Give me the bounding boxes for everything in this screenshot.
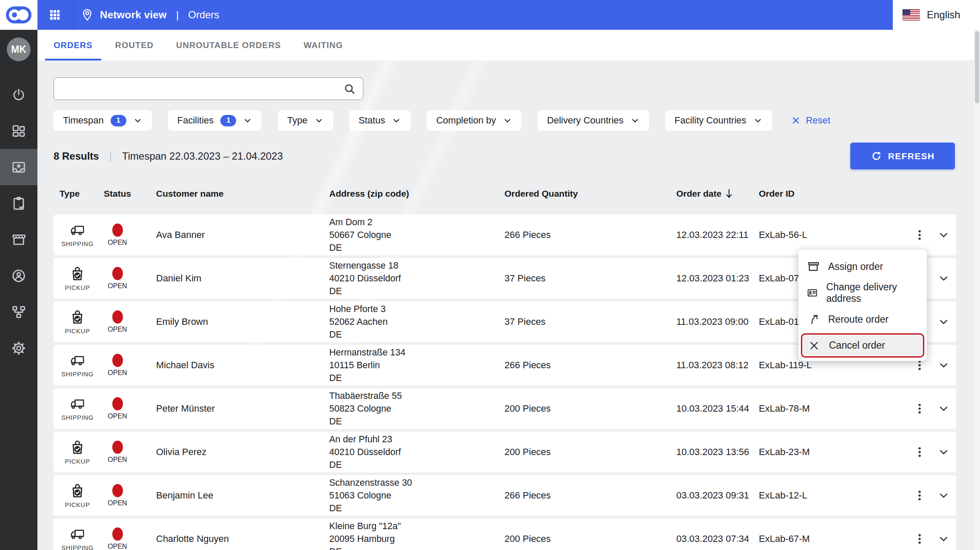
language-selector[interactable]: English — [893, 0, 980, 30]
row-kebab-menu-button[interactable] — [913, 229, 926, 241]
chip-label: Completion by — [436, 115, 496, 126]
table-row[interactable]: SHIPPING OPEN Ava Banner Am Dom 2 50667 … — [54, 215, 956, 255]
status-open-dot — [112, 527, 123, 541]
type-label: PICKUP — [65, 327, 90, 335]
filter-bar: Timespan 1 Facilities 1 Type Status Comp… — [54, 110, 980, 131]
order-date: 12.03.2023 01:23 — [676, 273, 759, 284]
search-input[interactable] — [63, 83, 343, 95]
language-label: English — [927, 9, 960, 21]
row-expand-button[interactable] — [938, 447, 949, 458]
search-icon[interactable] — [343, 83, 356, 95]
row-kebab-menu-button[interactable] — [913, 446, 926, 458]
ordered-quantity: 200 Pieces — [504, 447, 676, 458]
context-menu-item-assign-order[interactable]: Assign order — [798, 253, 927, 280]
row-kebab-menu-button[interactable] — [913, 402, 926, 415]
status-cell: OPEN — [104, 441, 156, 464]
kebab-menu-icon — [913, 402, 926, 415]
tab-waiting[interactable]: WAITING — [295, 30, 352, 60]
table-row[interactable]: SHIPPING OPEN Peter Münster Thabäerstraß… — [54, 388, 956, 429]
product-name: Network view — [100, 9, 167, 21]
ordered-quantity: 37 Pieces — [504, 273, 676, 284]
address-cell: Hohe Pforte 3 52062 Aachen DE — [329, 303, 504, 341]
sidebar-item-tasks[interactable] — [0, 185, 37, 221]
row-kebab-menu-button[interactable] — [913, 489, 926, 502]
address-street: An der Pfuhl 23 — [329, 433, 504, 446]
type-label: SHIPPING — [61, 414, 94, 421]
type-label: PICKUP — [65, 284, 90, 291]
type-cell: SHIPPING — [60, 223, 104, 247]
sidebar-item-orders-inbox[interactable] — [0, 149, 37, 185]
status-cell: OPEN — [104, 354, 156, 377]
tab-orders[interactable]: ORDERS — [45, 30, 101, 60]
store-icon — [11, 232, 26, 247]
order-date: 11.03.2023 09:00 — [676, 316, 759, 327]
table-row[interactable]: PICKUP OPEN Benjamin Lee Schanzenstrasse… — [54, 475, 956, 516]
filter-chip-status[interactable]: Status — [349, 110, 410, 131]
status-cell: OPEN — [104, 397, 156, 420]
sidebar-item-power[interactable] — [0, 77, 37, 113]
header-order-date[interactable]: Order date — [676, 188, 759, 199]
sidebar-item-store[interactable] — [0, 221, 37, 258]
status-cell: OPEN — [104, 267, 156, 290]
filter-chip-timespan[interactable]: Timespan 1 — [54, 110, 152, 131]
refresh-button[interactable]: REFRESH — [850, 143, 955, 169]
row-expand-button[interactable] — [938, 229, 949, 241]
status-label: OPEN — [108, 456, 127, 464]
reset-filters-button[interactable]: Reset — [788, 115, 833, 126]
ordered-quantity: 37 Pieces — [504, 316, 676, 327]
order-date: 10.03.2023 13:56 — [676, 447, 759, 458]
row-expand-button[interactable] — [938, 403, 949, 415]
kebab-menu-icon — [913, 446, 926, 458]
context-menu-item-change-delivery-address[interactable]: Change delivery address — [798, 280, 927, 306]
type-label: SHIPPING — [61, 240, 94, 247]
results-bar: 8 Results | Timespan 22.03.2023 – 21.04.… — [54, 143, 980, 169]
context-menu-item-label: Change delivery address — [826, 281, 918, 304]
tab-routed[interactable]: ROUTED — [107, 30, 162, 60]
order-id: ExLab-67-M — [759, 533, 913, 544]
shipping-truck-icon — [68, 223, 87, 238]
sidebar-item-network[interactable] — [0, 294, 37, 330]
row-expand-button[interactable] — [938, 360, 949, 371]
chevron-down-icon — [243, 116, 252, 125]
clipboard-check-icon — [11, 196, 26, 211]
filter-chip-type[interactable]: Type — [278, 110, 333, 131]
filter-chip-delivery-countries[interactable]: Delivery Countries — [538, 110, 649, 131]
vertical-scrollbar[interactable] — [974, 30, 980, 550]
logo-button[interactable] — [0, 0, 37, 30]
row-actions — [913, 229, 960, 241]
ordered-quantity: 200 Pieces — [504, 403, 676, 414]
row-expand-button[interactable] — [938, 316, 949, 328]
chevron-down-icon — [938, 447, 949, 458]
row-expand-button[interactable] — [938, 490, 949, 501]
context-menu-item-cancel-order[interactable]: Cancel order — [801, 333, 924, 358]
status-open-dot — [112, 441, 123, 454]
results-timespan: Timespan 22.03.2023 – 21.04.2023 — [122, 150, 283, 162]
app-launcher-button[interactable] — [48, 9, 61, 21]
sidebar-item-dashboard[interactable] — [0, 113, 37, 149]
avatar[interactable]: MK — [7, 37, 31, 61]
sidebar-item-account[interactable] — [0, 258, 37, 294]
us-flag-icon — [902, 9, 920, 21]
page-title: Orders — [188, 9, 219, 21]
filter-chip-facility-countries[interactable]: Facility Countries — [665, 110, 772, 131]
chip-label: Timespan — [63, 115, 104, 126]
row-expand-button[interactable] — [938, 533, 949, 545]
search-box — [54, 77, 363, 100]
address-cell: Thabäerstraße 55 50823 Cologne DE — [329, 390, 504, 428]
context-menu-item-label: Assign order — [828, 261, 883, 272]
ordered-quantity: 266 Pieces — [504, 360, 676, 371]
sidebar-item-settings[interactable] — [0, 330, 37, 366]
filter-chip-completion-by[interactable]: Completion by — [427, 110, 521, 131]
table-row[interactable]: SHIPPING OPEN Charlotte Nguyen Kleine Bu… — [54, 518, 956, 550]
filter-chip-facilities[interactable]: Facilities 1 — [168, 110, 262, 131]
row-kebab-menu-button[interactable] — [913, 533, 926, 545]
table-row[interactable]: PICKUP OPEN Olivia Perez An der Pfuhl 23… — [54, 432, 956, 473]
scrollbar-thumb[interactable] — [975, 31, 979, 103]
chevron-down-icon — [753, 116, 763, 125]
tab-unroutable-orders[interactable]: UNROUTABLE ORDERS — [168, 30, 290, 60]
chevron-down-icon — [938, 403, 949, 415]
row-expand-button[interactable] — [938, 273, 949, 284]
context-menu-item-reroute-order[interactable]: Reroute order — [798, 306, 927, 332]
order-date: 12.03.2023 22:11 — [676, 229, 759, 241]
status-label: OPEN — [108, 499, 127, 507]
